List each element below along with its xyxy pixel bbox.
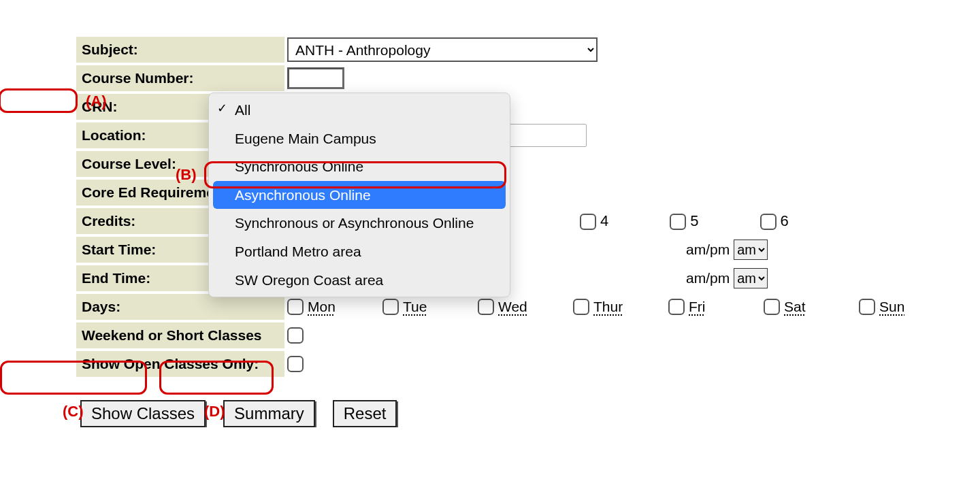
open-only-checkbox[interactable]: [287, 356, 304, 372]
day-tue-label: Tue: [403, 299, 427, 315]
course-number-input[interactable]: [287, 67, 344, 89]
credit-6-checkbox[interactable]: [760, 214, 777, 230]
credit-4-label: 4: [600, 212, 608, 229]
day-sun-label: Sun: [879, 299, 904, 315]
credit-5-label: 5: [690, 212, 698, 229]
day-wed-checkbox[interactable]: [478, 299, 494, 315]
summary-button[interactable]: Summary: [223, 400, 315, 427]
location-option-portland[interactable]: Portland Metro area: [209, 237, 510, 266]
day-fri-label: Fri: [689, 299, 706, 315]
start-ampm-label: am/pm: [686, 242, 730, 258]
location-option-sw-oregon[interactable]: SW Oregon Coast area: [209, 266, 510, 295]
show-classes-button[interactable]: Show Classes: [80, 400, 206, 427]
subject-select[interactable]: ANTH - Anthropology: [287, 37, 598, 62]
day-sun-checkbox[interactable]: [859, 299, 875, 315]
day-thur-checkbox[interactable]: [573, 299, 589, 315]
end-ampm-select[interactable]: am: [734, 268, 768, 288]
day-tue-checkbox[interactable]: [382, 299, 399, 315]
day-sat-label: Sat: [784, 299, 806, 315]
day-mon-label: Mon: [308, 299, 336, 315]
location-option-all[interactable]: All: [209, 96, 510, 125]
location-option-eugene[interactable]: Eugene Main Campus: [209, 125, 510, 153]
day-mon-checkbox[interactable]: [287, 299, 304, 315]
credit-6-label: 6: [781, 212, 789, 229]
credit-4-checkbox[interactable]: [580, 214, 596, 230]
day-thur-label: Thur: [593, 299, 623, 315]
day-wed-label: Wed: [498, 299, 527, 315]
days-label: Days:: [76, 294, 284, 320]
reset-button[interactable]: Reset: [333, 400, 397, 427]
weekend-label: Weekend or Short Classes: [76, 323, 284, 348]
location-option-sync-online[interactable]: Synchronous Online: [209, 152, 510, 181]
location-option-sync-or-async[interactable]: Synchronous or Asynchronous Online: [209, 209, 510, 237]
open-only-label: Show Open Classes Only:: [76, 351, 284, 377]
course-number-label: Course Number:: [76, 65, 284, 91]
location-dropdown-popup[interactable]: All Eugene Main Campus Synchronous Onlin…: [208, 93, 510, 297]
day-sat-checkbox[interactable]: [764, 299, 780, 315]
weekend-checkbox[interactable]: [287, 327, 304, 344]
subject-label: Subject:: [76, 37, 284, 63]
end-ampm-label: am/pm: [686, 270, 730, 286]
annotation-oval-a: [0, 88, 78, 113]
day-fri-checkbox[interactable]: [668, 299, 685, 315]
start-ampm-select[interactable]: am: [734, 239, 768, 260]
location-option-async-online[interactable]: Asynchronous Online: [213, 181, 506, 210]
credit-5-checkbox[interactable]: [670, 214, 686, 230]
